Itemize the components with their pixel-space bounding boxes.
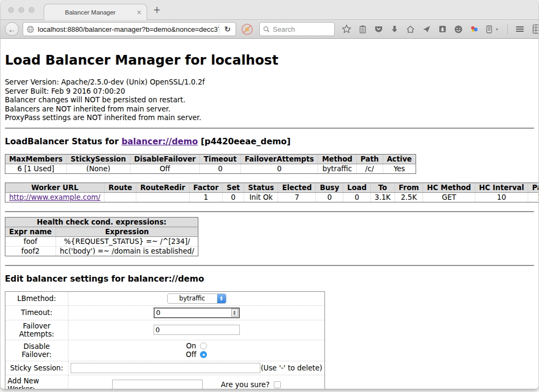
table-row: 6 [1 Used] (None) Off 0 0 bytraffic /c/ … — [5, 164, 416, 173]
add-worker-input[interactable] — [112, 380, 203, 389]
tab-close-icon[interactable]: × — [136, 9, 142, 16]
col-expression: Expression — [56, 227, 198, 236]
col-from: From — [395, 183, 423, 192]
cell-disablefailover: Off — [130, 164, 199, 173]
forum-smiley-icon[interactable] — [454, 25, 463, 34]
timeout-input-wrap: ▲▼ — [154, 307, 240, 318]
url-text[interactable]: localhost:8880/balancer-manager?b=demo&n… — [38, 25, 219, 33]
cell-busy: 0 — [316, 192, 343, 202]
globe-icon — [26, 25, 34, 33]
balancer-demo-link[interactable]: balancer://demo — [121, 137, 198, 146]
col-passes: Passes — [528, 183, 538, 192]
col-busy: Busy — [316, 183, 343, 192]
cell-hc-interval: 10 — [475, 192, 528, 202]
table-row: foof %{REQUEST_STATUS} =~ /^[234]/ — [5, 236, 198, 246]
cell-expr-name: foof — [5, 236, 56, 246]
timeout-cell: ▲▼ — [68, 305, 325, 320]
lbmethod-row: LBmethod: bytraffic ▲▼ — [5, 291, 325, 305]
col-method: Method — [318, 154, 356, 164]
balancer-status-table: MaxMembers StickySession DisableFailover… — [5, 154, 416, 174]
send-icon[interactable] — [422, 25, 431, 33]
url-bar[interactable]: localhost:8880/balancer-manager?b=demo&n… — [23, 22, 236, 36]
col-elected: Elected — [278, 183, 316, 192]
cell-set: 0 — [223, 192, 244, 202]
col-routeredir: RouteRedir — [136, 183, 189, 192]
dropdown-caret-icon[interactable]: ▾ — [496, 27, 498, 32]
zoom-window-button[interactable] — [29, 7, 34, 13]
timeout-row: Timeout: ▲▼ — [5, 305, 325, 320]
cell-stickysession: (None) — [67, 164, 130, 173]
col-maxmembers: MaxMembers — [5, 154, 67, 164]
toolbar-divider — [507, 24, 508, 34]
cell-expression: hc('body') =~ /domain is established/ — [56, 246, 198, 256]
sticky-session-input[interactable] — [71, 363, 260, 373]
page-content: Load Balancer Manager for localhost Serv… — [1, 39, 538, 389]
are-you-sure-checkbox[interactable] — [274, 381, 281, 388]
lbmethod-select[interactable]: bytraffic ▲▼ — [167, 293, 226, 304]
server-built-line: Server Built: Feb 9 2016 07:00:20 — [5, 87, 534, 96]
close-window-button[interactable] — [8, 7, 14, 13]
col-path: Path — [356, 154, 383, 164]
status-heading-suffix: [p4420eeae_demo] — [198, 137, 291, 146]
save-page-icon[interactable] — [438, 25, 447, 33]
table-row: foof2 hc('body') =~ /domain is establish… — [5, 246, 198, 256]
add-worker-cell: Are you sure? — [68, 375, 325, 389]
reload-icon[interactable]: ↻ — [219, 25, 236, 33]
disable-failover-row: Disable Failover: On Off — [5, 340, 325, 361]
loadbalancer-status-heading: LoadBalancer Status for balancer://demo … — [5, 137, 534, 146]
window-controls[interactable] — [8, 7, 34, 13]
cell-worker-url: http://www.example.com/ — [5, 192, 105, 202]
number-spinner-icon[interactable]: ▲▼ — [231, 309, 238, 317]
server-info: Server Version: Apache/2.5.0-dev (Unix) … — [5, 78, 534, 123]
lbmethod-cell: bytraffic ▲▼ — [68, 291, 325, 305]
table-row: http://www.example.com/ 1 0 Init Ok 7 0 … — [5, 192, 539, 202]
cell-maxmembers: 6 [1 Used] — [5, 164, 67, 173]
back-arrow-icon: ← — [8, 25, 16, 34]
sticky-session-hint: (Use '-' to delete) — [261, 364, 322, 372]
bookmarks-clipboard-icon[interactable] — [358, 25, 367, 34]
cell-expr-name: foof2 — [5, 246, 56, 256]
downloads-arrow-icon[interactable] — [390, 25, 399, 33]
lbmethod-selected-value: bytraffic — [168, 295, 217, 302]
tab-balancer-manager[interactable]: Balancer Manager × — [44, 4, 147, 20]
cell-path: /c/ — [356, 164, 383, 173]
worker-table: Worker URL Route RouteRedir Factor Set S… — [5, 183, 538, 202]
add-worker-row: Add New Worker: Are you sure? — [5, 375, 325, 389]
tracking-blocked-icon[interactable] — [241, 24, 253, 35]
minimize-window-button[interactable] — [18, 7, 24, 13]
radio-on[interactable] — [200, 342, 207, 349]
apps-grid-icon[interactable] — [532, 24, 538, 34]
table-header-row: Worker URL Route RouteRedir Factor Set S… — [5, 183, 539, 192]
new-tab-button[interactable]: + — [153, 4, 161, 15]
search-bar[interactable]: Search — [259, 22, 335, 36]
cell-status: Init Ok — [244, 192, 278, 202]
radio-off[interactable] — [200, 351, 207, 358]
menu-icon[interactable] — [515, 25, 525, 33]
table-header-row: MaxMembers StickySession DisableFailover… — [5, 154, 416, 164]
health-check-title: Health check cond. expressions: — [5, 217, 198, 227]
colors-extension-icon[interactable] — [470, 25, 479, 33]
device-battery-icon[interactable] — [486, 25, 493, 34]
bookmark-star-icon[interactable] — [342, 24, 351, 34]
failover-attempts-input[interactable] — [154, 325, 240, 335]
divider — [5, 265, 534, 266]
disable-failover-label: Disable Failover: — [5, 340, 68, 361]
col-timeout: Timeout — [200, 154, 241, 164]
cell-method: bytraffic — [318, 164, 356, 173]
col-set: Set — [223, 183, 244, 192]
health-check-table: Health check cond. expressions: Expr nam… — [5, 217, 198, 256]
pocket-icon[interactable] — [374, 25, 383, 33]
cell-routeredir — [136, 192, 189, 202]
edit-balancer-form: LBmethod: bytraffic ▲▼ Timeout: ▲▼ — [5, 291, 325, 389]
search-icon — [263, 26, 270, 33]
back-button[interactable]: ← — [5, 22, 19, 36]
worker-url-link[interactable]: http://www.example.com/ — [9, 193, 100, 201]
col-active: Active — [383, 154, 416, 164]
lbmethod-label: LBmethod: — [5, 291, 68, 305]
sticky-session-cell: (Use '-' to delete) — [68, 361, 325, 375]
home-icon[interactable] — [406, 25, 415, 33]
timeout-input[interactable] — [155, 309, 231, 317]
add-worker-label: Add New Worker: — [5, 375, 68, 389]
tab-bar: Balancer Manager × + — [1, 0, 538, 19]
are-you-sure-label: Are you sure? — [221, 381, 270, 389]
